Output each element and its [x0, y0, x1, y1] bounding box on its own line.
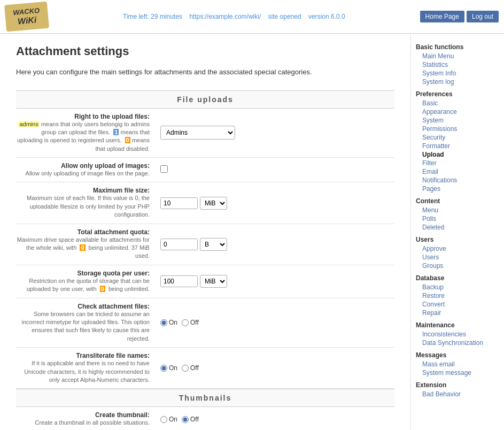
- sidebar-item-polls[interactable]: Polls: [414, 214, 501, 223]
- max-file-size-input[interactable]: [160, 197, 198, 209]
- check-attachments-off-radio[interactable]: [182, 319, 189, 326]
- control-right-to-upload[interactable]: Admins Registered Disabled: [156, 109, 394, 158]
- sidebar-item-system-log[interactable]: System log: [414, 78, 501, 86]
- file-uploads-heading: File uploads: [16, 90, 394, 109]
- sidebar-item-filter[interactable]: Filter: [414, 159, 501, 167]
- table-row: Right to the upload files: admins means …: [16, 109, 394, 158]
- admins-highlight: admins: [18, 121, 39, 127]
- check-attachments-on-label[interactable]: On: [160, 319, 177, 326]
- thumbnail-on-radio[interactable]: [160, 416, 167, 423]
- sidebar-item-pages[interactable]: Pages: [414, 185, 501, 193]
- table-row: Transliterate file names: If it is appli…: [16, 348, 394, 389]
- table-row: Storage quota per user: Restriction on t…: [16, 265, 394, 298]
- sidebar-item-main-menu[interactable]: Main Menu: [414, 52, 501, 60]
- home-page-button[interactable]: Home Page: [420, 11, 464, 22]
- sidebar-item-statistics[interactable]: Statistics: [414, 60, 501, 69]
- site-url[interactable]: https://example.com/wiki/: [189, 13, 261, 20]
- sidebar-item-groups[interactable]: Groups: [414, 262, 501, 270]
- thumbnail-on-label[interactable]: On: [160, 416, 177, 423]
- check-attachments-off-label[interactable]: Off: [182, 319, 199, 326]
- sidebar: Basic functionsMain MenuStatisticsSystem…: [410, 34, 504, 430]
- sidebar-item-data-synchronization[interactable]: Data Synchronization: [414, 339, 501, 347]
- sidebar-section-label: Preferences: [414, 90, 501, 98]
- main-content: Attachment settings Here you can configu…: [0, 34, 410, 430]
- table-row: Create thumbnail: Create a thumbnail in …: [16, 407, 394, 430]
- sidebar-item-email[interactable]: Email: [414, 167, 501, 176]
- sidebar-item-basic[interactable]: Basic: [414, 99, 501, 107]
- page-title: Attachment settings: [16, 44, 394, 58]
- label-right-to-upload: Right to the upload files: admins means …: [16, 109, 156, 158]
- sidebar-item-system[interactable]: System: [414, 116, 501, 125]
- logo[interactable]: WACKOWiKi: [4, 2, 49, 32]
- label-create-thumbnail: Create thumbnail: Create a thumbnail in …: [16, 407, 156, 430]
- sidebar-item-repair[interactable]: Repair: [414, 309, 501, 317]
- control-storage-quota-user[interactable]: KiB MiB GiB: [156, 265, 394, 298]
- control-allow-images[interactable]: [156, 158, 394, 182]
- sidebar-item-permissions[interactable]: Permissions: [414, 125, 501, 133]
- label-transliterate: Transliterate file names: If it is appli…: [16, 348, 156, 389]
- storage-quota-user-input[interactable]: [160, 275, 198, 287]
- table-row: Total attachment quota: Maximum drive sp…: [16, 224, 394, 265]
- sidebar-item-bad-behavior[interactable]: Bad Behavior: [414, 390, 501, 398]
- sidebar-item-convert[interactable]: Convert: [414, 300, 501, 309]
- allow-images-checkbox[interactable]: [160, 165, 168, 173]
- sidebar-item-deleted[interactable]: Deleted: [414, 223, 501, 232]
- version: version 6.0.0: [308, 13, 345, 20]
- sidebar-section-label: Extension: [414, 381, 501, 389]
- control-total-quota[interactable]: B KiB MiB GiB: [156, 224, 394, 265]
- table-row: Maximum file size: Maximum size of each …: [16, 182, 394, 224]
- control-create-thumbnail[interactable]: On Off: [156, 407, 394, 430]
- sidebar-section-label: Content: [414, 197, 501, 205]
- total-quota-input[interactable]: [160, 239, 198, 250]
- sidebar-item-system-message[interactable]: System message: [414, 368, 501, 377]
- one-highlight: 1: [113, 129, 119, 135]
- control-transliterate[interactable]: On Off: [156, 348, 394, 389]
- zero-highlight-quota: 0: [80, 244, 85, 251]
- sidebar-item-backup[interactable]: Backup: [414, 283, 501, 291]
- header-buttons: Home Page Log out: [420, 11, 499, 22]
- upload-right-select[interactable]: Admins Registered Disabled: [160, 126, 235, 140]
- sidebar-item-notifications[interactable]: Notifications: [414, 176, 501, 185]
- control-check-attachments[interactable]: On Off: [156, 298, 394, 348]
- logout-button[interactable]: Log out: [467, 11, 499, 22]
- sidebar-section-label: Messages: [414, 351, 501, 359]
- transliterate-on-radio[interactable]: [160, 365, 167, 372]
- page-description: Here you can configure the main settings…: [16, 67, 394, 78]
- sidebar-item-menu[interactable]: Menu: [414, 206, 501, 214]
- transliterate-off-radio[interactable]: [182, 365, 189, 372]
- zero-highlight: 0: [125, 137, 130, 143]
- label-total-quota: Total attachment quota: Maximum drive sp…: [16, 224, 156, 265]
- sidebar-item-inconsistencies[interactable]: Inconsistencies: [414, 330, 501, 339]
- layout: Attachment settings Here you can configu…: [0, 34, 504, 430]
- label-check-attachments: Check attachment files: Some browsers ca…: [16, 298, 156, 348]
- sidebar-section-label: Users: [414, 236, 501, 243]
- thumbnails-table: Create thumbnail: Create a thumbnail in …: [16, 407, 394, 430]
- sidebar-item-restore[interactable]: Restore: [414, 291, 501, 300]
- sidebar-section-label: Database: [414, 274, 501, 282]
- check-attachments-on-radio[interactable]: [160, 319, 167, 326]
- sidebar-item-approve[interactable]: Approve: [414, 244, 501, 253]
- sidebar-item-upload[interactable]: Upload: [414, 150, 501, 159]
- label-allow-images: Allow only upload of images: Allow only …: [16, 158, 156, 182]
- sidebar-item-users[interactable]: Users: [414, 253, 501, 262]
- sidebar-section-label: Basic functions: [414, 43, 501, 51]
- thumbnail-off-radio[interactable]: [182, 416, 189, 423]
- storage-quota-user-unit[interactable]: KiB MiB GiB: [200, 275, 227, 288]
- thumbnails-heading: Thumbnails: [16, 389, 394, 407]
- sidebar-item-security[interactable]: Security: [414, 133, 501, 142]
- sidebar-item-formatter[interactable]: Formatter: [414, 142, 501, 150]
- control-max-file-size[interactable]: KiB MiB GiB: [156, 182, 394, 224]
- transliterate-off-label[interactable]: Off: [182, 364, 199, 372]
- table-row: Check attachment files: Some browsers ca…: [16, 298, 394, 348]
- sidebar-item-system-info[interactable]: System Info: [414, 69, 501, 78]
- label-storage-quota-user: Storage quota per user: Restriction on t…: [16, 265, 156, 298]
- sidebar-item-mass-email[interactable]: Mass email: [414, 360, 501, 368]
- file-uploads-table: Right to the upload files: admins means …: [16, 109, 394, 389]
- total-quota-unit[interactable]: B KiB MiB GiB: [200, 238, 227, 251]
- header-center: Time left: 29 minutes https://example.co…: [123, 13, 345, 20]
- thumbnail-off-label[interactable]: Off: [182, 416, 199, 423]
- sidebar-inner: Basic functionsMain MenuStatisticsSystem…: [414, 43, 501, 398]
- max-file-size-unit[interactable]: KiB MiB GiB: [200, 197, 227, 210]
- transliterate-on-label[interactable]: On: [160, 364, 177, 372]
- sidebar-item-appearance[interactable]: Appearance: [414, 107, 501, 116]
